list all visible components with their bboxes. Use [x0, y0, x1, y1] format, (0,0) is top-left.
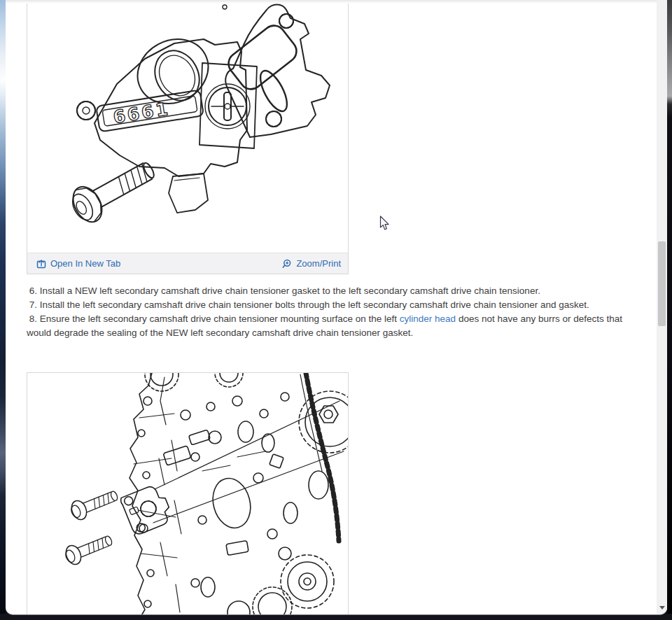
open-in-new-tab-icon	[36, 259, 46, 269]
desktop-right-edge	[667, 0, 672, 620]
page-scrollbar-track[interactable]	[657, 0, 667, 614]
image-panel-engine	[27, 372, 349, 614]
zoom-print-label: Zoom/Print	[296, 258, 341, 269]
image-panel-tensioner: 6661	[27, 0, 349, 274]
page-top-shadow	[6, 0, 657, 3]
instruction-steps: 6. Install a NEW left secondary camshaft…	[27, 284, 637, 340]
open-in-new-tab-label: Open In New Tab	[50, 258, 120, 269]
cylinder-head-link[interactable]: cylinder head	[400, 313, 456, 324]
step-7-text: 7. Install the left secondary camshaft d…	[27, 300, 589, 310]
page-scrollbar-thumb[interactable]	[658, 241, 666, 326]
scroll-down-arrow-icon	[659, 606, 665, 610]
desktop-bottom-edge	[0, 614, 672, 620]
step-6-text: 6. Install a NEW left secondary camshaft…	[27, 286, 540, 296]
scroll-down-button[interactable]	[657, 602, 667, 613]
browser-page: 6661	[6, 0, 667, 614]
step-8-text-before: 8. Ensure the left secondary camshaft dr…	[27, 313, 400, 324]
zoom-print-link[interactable]: Zoom/Print	[282, 258, 341, 269]
tensioner-diagram-image: 6661	[27, 0, 348, 253]
image-panel-footer: Open In New Tab Zoom/Print	[27, 253, 348, 274]
open-in-new-tab-link[interactable]: Open In New Tab	[36, 258, 120, 269]
desktop-left-edge	[0, 0, 6, 620]
mouse-arrow-cursor	[379, 216, 390, 234]
engine-diagram-image	[27, 373, 348, 614]
zoom-in-magnifier-icon	[282, 259, 292, 269]
